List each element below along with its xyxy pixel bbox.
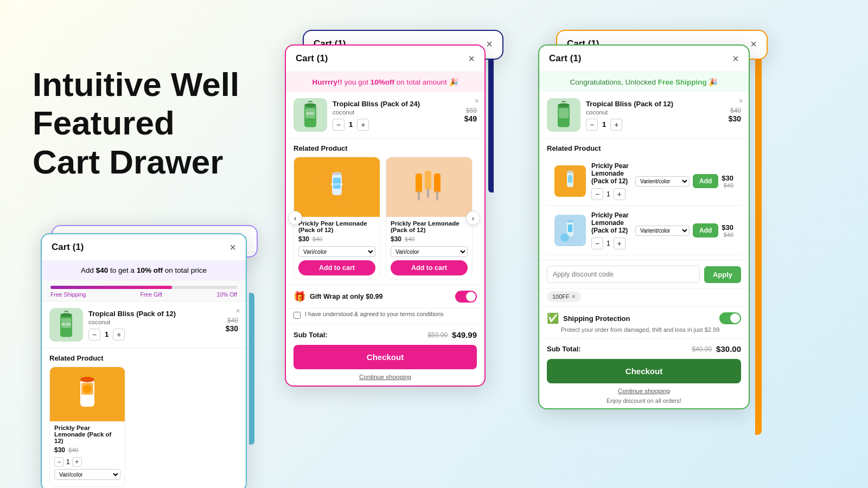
item-remove-3[interactable]: × [738,96,743,105]
item-info: Tropical Bliss (Pack of 12) coconut − 1 … [88,310,220,341]
alert-text: Hurrrry!! you got 10%off on total amount… [312,78,458,86]
rel-variant-2b[interactable]: Vari/color [391,246,468,257]
qty-value: 1 [105,330,108,338]
item-remove[interactable]: × [235,306,240,315]
green-variant-select-1[interactable]: Varient/color [635,176,690,187]
green-qty-inc-1[interactable]: + [614,188,626,200]
drawer-3b-close[interactable]: × [750,38,757,49]
drawer-2: Cart (1) × Hurrrry!! you got 10%off on t… [285,44,486,387]
svg-point-7 [80,377,94,382]
progress-labels: Free Shipping Free Gift 10% Off [50,291,237,298]
price-new-2: $49 [464,114,477,123]
rel-qty-inc[interactable]: + [72,457,82,467]
rel-variant-2a[interactable]: Vari/color [298,246,375,257]
qty-decrease-2[interactable]: − [333,119,344,131]
checkout-button-3[interactable]: Checkout [547,359,741,383]
green-prices-2: $30 $40 [722,223,733,238]
rel-new-2a: $30 [298,235,309,243]
green-add-btn-1[interactable]: Add [693,174,718,188]
discount-input[interactable] [547,266,700,283]
carousel-right[interactable]: › [466,211,480,225]
rel-old-2a: $40 [312,236,322,242]
add-to-cart-2b[interactable]: Add to cart [391,260,468,275]
drawer-2-close[interactable]: × [468,53,475,64]
green-qty-inc-2[interactable]: + [614,237,626,249]
qty-row: − 1 + [88,329,220,341]
drawer-2-related: Related Product ‹ POSITIVE [286,139,484,285]
rel-old-2b: $40 [405,236,414,242]
alert-prefix: Add $40 to get a 10% off on total price [81,266,207,274]
green-rel-img-1 [554,165,586,197]
item-name-2: Tropical Bliss (Pack of 24) [333,100,459,108]
subtotal-prices: $59.00 $49.99 [427,330,477,339]
carousel-left[interactable]: ‹ [288,211,302,225]
apply-button[interactable]: Apply [704,266,741,283]
checkout-button-2[interactable]: Checkout [293,345,477,369]
continue-text-3: Continue shooping [618,388,670,394]
enjoy-discount-text: Enjoy discount on all orders! [607,397,681,404]
green-qty-2: − 1 + [591,237,630,249]
item-image-2: BLISS [293,98,327,132]
qty-increase-2[interactable]: + [357,119,369,131]
rel-card-body-2a: Prickly Pear Lemonade (Pack of 12) $30 $… [294,217,380,279]
terms-checkbox[interactable] [293,312,301,319]
shield-icon: ✅ [547,312,559,324]
green-qty-dec-1[interactable]: − [591,188,603,200]
svg-rect-26 [436,191,438,201]
drawer-3-related: Related Product Prickly Pear Lemonade (P… [539,139,749,260]
svg-rect-28 [559,108,569,118]
add-to-cart-2a[interactable]: Add to cart [298,260,375,275]
price-old-3: $40 [729,107,741,114]
drawer-1-close[interactable]: × [229,242,236,253]
svg-point-11 [304,103,316,107]
drawer-3-alert: Congratulations, Unlocked Free Shipping … [539,72,749,92]
rel-card-img-1 [50,367,125,421]
continue-sub-3: Enjoy discount on all orders! [539,397,749,408]
qty-decrease[interactable]: − [88,329,100,341]
green-add-btn-2[interactable]: Add [693,223,718,237]
svg-point-35 [567,170,573,173]
subtotal-prices-3: $40.00 $30.00 [692,344,741,354]
green-qty-dec-2[interactable]: − [591,237,603,249]
qty-value-3: 1 [602,120,606,129]
related-title: Related Product [49,354,238,362]
green-qty-val-2: 1 [607,240,610,247]
qty-increase-3[interactable]: + [610,119,622,131]
subtotal-row-3: Sub Total: $40.00 $30.00 [539,339,749,359]
qty-row-3: − 1 + [586,119,723,131]
progress-bar [50,286,237,289]
rel-price-new-1: $30 [54,446,65,454]
svg-rect-25 [434,174,441,192]
svg-point-29 [558,103,570,107]
green-rel-actions-1: Varient/color Add $30 $40 [635,174,733,189]
green-variant-select-2[interactable]: Varient/color [635,226,690,236]
drawer-1: Cart (1) × Add $40 to get a 10% off on t… [41,233,247,488]
drawer-3-close[interactable]: × [732,53,739,64]
qty-increase[interactable]: + [113,329,125,341]
qty-decrease-3[interactable]: − [586,119,598,131]
drawer-2-cart-item: BLISS Tropical Bliss (Pack of 24) coconu… [286,92,484,139]
green-rel-item-1: Prickly Pear Lemonade (Pack of 12) − 1 +… [547,157,741,206]
drawer-1-header: Cart (1) × [42,234,246,261]
gift-text: Gift Wrap at only $0.99 [310,293,451,300]
rel-variant-select[interactable]: Vari/color [54,469,120,480]
tag-close[interactable]: × [572,293,576,300]
continue-link-2[interactable]: Continue shooping [286,374,484,386]
item-variant-3: coconut [586,109,723,115]
svg-point-19 [332,172,342,175]
related-cards: POSITIVE Prickly Pear Lemonade (Pack of … [293,157,477,279]
continue-link-3[interactable]: Continue shooping [539,388,749,397]
related-title-2: Related Product [293,144,477,152]
sp-toggle[interactable] [719,312,741,324]
subtotal-label-3: Sub Total: [547,345,581,353]
svg-point-3 [60,313,72,317]
svg-rect-23 [425,171,431,190]
gift-wrap-toggle[interactable] [455,291,477,303]
drawer-2b-close[interactable]: × [486,38,493,49]
rel-card-name-2b: Prickly Pear Lemonade (Pack of 12) [391,220,468,233]
drawer-1-cart-item: BLISS Tropical Bliss (Pack of 12) coconu… [42,301,246,349]
rel-qty-dec[interactable]: − [54,457,64,467]
terms-text: I have understood & agreed to your terms… [305,311,444,317]
item-remove-2[interactable]: × [474,96,479,105]
green-price-new-1: $30 [722,174,733,182]
